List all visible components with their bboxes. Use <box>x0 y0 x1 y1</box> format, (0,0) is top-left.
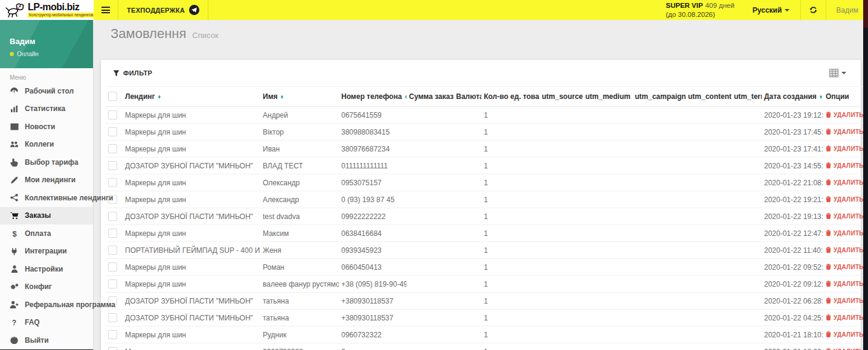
cell-landing: ПОРТАТИВНЫЙ ГЕЙМПАД SUP - 400 ИГР В 1 <box>123 242 260 259</box>
delete-button[interactable]: УДАЛИТЬ <box>826 314 863 322</box>
row-checkbox[interactable] <box>108 246 117 255</box>
delete-button[interactable]: УДАЛИТЬ <box>826 213 863 220</box>
cell-utm_campaign <box>632 276 686 293</box>
column-header-utm_medium: utm_medium <box>583 87 632 107</box>
filter-button[interactable]: ФИЛЬТР <box>113 69 152 77</box>
row-checkbox[interactable] <box>108 313 117 322</box>
column-visibility-button[interactable] <box>827 66 849 80</box>
sort-icon[interactable]: ▲▼ <box>280 95 284 99</box>
trash-icon <box>826 298 831 305</box>
cell-name: татьяна <box>260 310 339 326</box>
refresh-button[interactable] <box>801 0 826 20</box>
row-checkbox[interactable] <box>108 347 117 350</box>
sidebar-item-colleagues[interactable]: Коллеги <box>0 136 93 154</box>
sort-icon[interactable]: ▲▼ <box>819 95 823 99</box>
cell-options: УДАЛИТЬ <box>823 242 863 259</box>
sidebar-item-logout[interactable]: Выйти <box>0 331 93 349</box>
sidebar-item-label: Интеграции <box>25 247 67 255</box>
row-checkbox[interactable] <box>108 279 117 288</box>
trash-icon <box>826 331 831 339</box>
cell-phone: 380976687234 <box>339 141 407 158</box>
sidebar-item-referral[interactable]: Реферальная программа <box>0 296 93 314</box>
cell-utm_content <box>686 242 731 259</box>
sidebar-item-config[interactable]: Конфиг <box>0 278 93 296</box>
trash-icon <box>826 213 831 220</box>
language-dropdown[interactable]: Русский <box>742 0 801 20</box>
topbar-username[interactable]: Вадим <box>826 0 868 20</box>
sort-icon[interactable]: ▲▼ <box>158 95 161 99</box>
support-button[interactable]: ТЕХПОДДЕРЖКА <box>118 0 208 20</box>
row-checkbox[interactable] <box>108 330 117 339</box>
column-header-phone[interactable]: Номер телефона▲▼ <box>339 87 407 107</box>
cell-utm_campaign <box>632 225 686 242</box>
cell-sum <box>407 242 454 259</box>
menu-toggle-button[interactable] <box>94 0 118 20</box>
sidebar-item-orders-cart[interactable]: Заказы <box>0 207 93 225</box>
sidebar-item-faq[interactable]: ?FAQ <box>0 314 93 332</box>
sidebar-item-integrations[interactable]: Интеграции <box>0 243 93 261</box>
sidebar-item-payment[interactable]: $Оплата <box>0 224 93 243</box>
delete-button[interactable]: УДАЛИТЬ <box>826 129 863 136</box>
cell-utm_campaign <box>632 174 686 191</box>
cell-phone: 0939345923 <box>339 242 407 259</box>
delete-button[interactable]: УДАЛИТЬ <box>826 348 863 350</box>
delete-button[interactable]: УДАЛИТЬ <box>826 145 863 153</box>
row-checkbox[interactable] <box>108 262 117 272</box>
cell-created: 2020-01-22 04:25:31 <box>762 310 823 326</box>
cell-created: 2020-01-23 17:45:27 <box>762 124 823 141</box>
cell-utm_medium <box>583 141 632 158</box>
row-checkbox[interactable] <box>108 110 117 119</box>
cell-sum <box>407 191 454 208</box>
delete-button[interactable]: УДАЛИТЬ <box>826 162 863 170</box>
row-checkbox[interactable] <box>108 178 117 187</box>
sidebar-item-news[interactable]: Новости <box>0 118 93 136</box>
delete-button[interactable]: УДАЛИТЬ <box>826 264 863 271</box>
cell-utm_campaign <box>632 293 686 310</box>
delete-button[interactable]: УДАЛИТЬ <box>826 331 863 339</box>
sidebar-item-label: Конфиг <box>25 282 52 291</box>
row-checkbox[interactable] <box>108 212 117 221</box>
delete-button[interactable]: УДАЛИТЬ <box>826 281 863 288</box>
row-checkbox[interactable] <box>108 144 117 153</box>
cell-options: УДАЛИТЬ <box>823 158 863 174</box>
chevron-down-icon <box>785 9 789 11</box>
cell-phone: 0 (93) 193 87 45 <box>339 191 407 208</box>
cell-options: УДАЛИТЬ <box>823 276 863 293</box>
select-all-checkbox[interactable] <box>108 92 117 101</box>
delete-button[interactable]: УДАЛИТЬ <box>826 298 863 305</box>
delete-button[interactable]: УДАЛИТЬ <box>826 230 863 237</box>
cell-utm_term <box>731 343 762 350</box>
table-row: ДОЗАТОР ЗУБНОЇ ПАСТИ "МИНЬОН"татьяна+380… <box>106 310 863 326</box>
cell-utm_source <box>539 174 583 191</box>
sidebar-item-share[interactable]: Коллективные лендинги <box>0 189 93 207</box>
page-scrollbar[interactable] <box>863 0 868 350</box>
cell-sum <box>407 124 454 141</box>
delete-button[interactable]: УДАЛИТЬ <box>826 179 863 186</box>
sidebar-item-my-landings[interactable]: Мои лендинги <box>0 171 93 189</box>
cell-utm_medium <box>583 124 632 141</box>
row-checkbox[interactable] <box>108 229 117 238</box>
cell-utm_campaign <box>632 141 686 158</box>
cell-utm_content <box>686 107 731 124</box>
sidebar-item-dashboard[interactable]: Рабочий стол <box>0 82 93 100</box>
cell-phone: 380988083415 <box>339 124 407 141</box>
cell-utm_campaign <box>632 124 686 141</box>
cell-utm_source <box>539 158 583 174</box>
referral-icon <box>10 301 19 308</box>
tariff-icon <box>10 158 19 167</box>
logo[interactable]: LP-mobi.biz Конструктор мобильных лендин… <box>0 0 94 20</box>
sidebar-item-statistics[interactable]: Статистика <box>0 100 93 118</box>
delete-button[interactable]: УДАЛИТЬ <box>826 196 863 203</box>
column-header-created[interactable]: Дата создания▲▼ <box>762 87 823 107</box>
scrollbar-thumb[interactable] <box>863 0 868 28</box>
delete-button[interactable]: УДАЛИТЬ <box>826 112 863 119</box>
delete-button[interactable]: УДАЛИТЬ <box>826 247 863 254</box>
sidebar-item-settings[interactable]: Настройки <box>0 260 93 278</box>
row-checkbox[interactable] <box>108 161 117 170</box>
cell-utm_source <box>539 343 583 350</box>
row-checkbox[interactable] <box>108 127 117 136</box>
sidebar-item-tariff[interactable]: Выбор тарифа <box>0 153 93 171</box>
sort-icon[interactable]: ▲▼ <box>404 95 407 99</box>
column-header-name[interactable]: Имя▲▼ <box>260 87 339 107</box>
column-header-landing[interactable]: Лендинг▲▼ <box>123 87 260 107</box>
